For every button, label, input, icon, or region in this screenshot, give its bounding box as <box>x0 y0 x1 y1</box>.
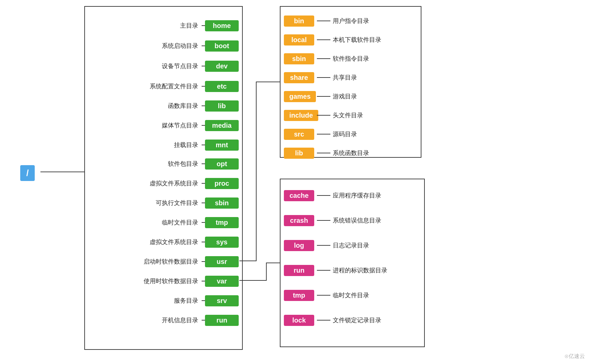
var-label-tmp: 临时文件目录 <box>333 291 369 299</box>
usr-line-share <box>317 77 330 78</box>
var-label-cache: 应用程序缓存目录 <box>333 191 381 200</box>
usr-badge-src: src <box>284 129 314 140</box>
usr-line-local <box>317 39 330 40</box>
usr-row-lib: lib系统函数目录 <box>280 145 421 161</box>
usr-label-lib: 系统函数目录 <box>333 149 369 157</box>
var-badge-run: run <box>284 265 314 276</box>
dir-label-tmp: 临时文件目录 <box>162 218 198 226</box>
usr-line-lib <box>317 153 330 153</box>
dir-badge-tmp: tmp <box>205 217 239 228</box>
usr-line-games <box>317 96 330 97</box>
usr-row-games: games游戏目录 <box>280 88 421 104</box>
dir-row-sbin: 可执行文件目录sbin <box>85 194 242 212</box>
dir-badge-etc: etc <box>205 81 239 92</box>
var-row-run: run进程的标识数据目录 <box>280 260 424 280</box>
usr-row-sbin: sbin软件指令目录 <box>280 51 421 67</box>
usr-badge-local: local <box>284 34 314 46</box>
dir-row-run: 开机信息目录run <box>85 311 242 329</box>
usr-line-src <box>317 134 330 134</box>
dir-row-boot: 系统启动目录boot <box>85 37 242 55</box>
var-label-log: 日志记录目录 <box>333 241 369 249</box>
dir-badge-home: home <box>205 20 239 31</box>
dir-row-opt: 软件包目录opt <box>85 155 242 173</box>
var-line-run <box>317 270 330 271</box>
usr-badge-include: include <box>284 110 318 121</box>
dir-row-srv: 服务目录srv <box>85 292 242 309</box>
dir-label-srv: 服务目录 <box>174 297 198 305</box>
dir-badge-lib: lib <box>205 100 239 112</box>
dir-label-run: 开机信息目录 <box>162 316 198 324</box>
dir-badge-srv: srv <box>205 295 239 306</box>
var-row-lock: lock文件锁定记录目录 <box>280 310 424 330</box>
var-row-crash: crash系统错误信息目录 <box>280 210 424 231</box>
dir-row-sys: 虚拟文件系统目录sys <box>85 233 242 251</box>
usr-row-local: local本机下载软件目录 <box>280 32 421 48</box>
usr-badge-sbin: sbin <box>284 53 314 64</box>
usr-connect-line <box>239 82 280 261</box>
dir-label-home: 主目录 <box>180 22 198 30</box>
usr-line-bin <box>317 21 330 21</box>
usr-badge-share: share <box>284 72 314 83</box>
dir-label-proc: 虚拟文件系统目录 <box>150 179 198 187</box>
usr-box: bin用户指令目录local本机下载软件目录sbin软件指令目录share共享目… <box>280 6 421 158</box>
dir-row-mnt: 挂载目录mnt <box>85 136 242 154</box>
dir-row-proc: 虚拟文件系统目录proc <box>85 175 242 192</box>
usr-label-bin: 用户指令目录 <box>333 17 369 25</box>
watermark: ⊙亿速云 <box>564 353 585 360</box>
var-connect-line <box>239 263 280 280</box>
dir-badge-usr: usr <box>205 256 239 267</box>
usr-label-share: 共享目录 <box>333 73 357 82</box>
dir-label-mnt: 挂载目录 <box>174 141 198 149</box>
dir-row-lib: 函数库目录lib <box>85 97 242 115</box>
usr-row-bin: bin用户指令目录 <box>280 13 421 29</box>
var-line-tmp <box>317 295 330 296</box>
var-badge-log: log <box>284 240 314 251</box>
dir-label-dev: 设备节点目录 <box>162 62 198 70</box>
var-row-log: log日志记录目录 <box>280 235 424 255</box>
dir-row-etc: 系统配置文件目录etc <box>85 78 242 95</box>
dir-badge-sys: sys <box>205 237 239 248</box>
dir-row-var: 使用时软件数据目录var <box>85 272 242 290</box>
dir-badge-sbin: sbin <box>205 198 239 209</box>
var-line-crash <box>317 220 330 221</box>
dir-label-boot: 系统启动目录 <box>162 42 198 50</box>
dir-badge-var: var <box>205 276 239 287</box>
usr-line-sbin <box>317 58 330 59</box>
var-badge-crash: crash <box>284 215 314 226</box>
dir-label-usr: 启动时软件数据目录 <box>144 257 198 266</box>
usr-label-games: 游戏目录 <box>333 92 357 100</box>
dir-badge-opt: opt <box>205 158 239 170</box>
dir-label-media: 媒体节点目录 <box>162 121 198 129</box>
dir-badge-run: run <box>205 315 239 326</box>
dir-label-sbin: 可执行文件目录 <box>156 199 198 207</box>
dir-row-tmp: 临时文件目录tmp <box>85 214 242 231</box>
var-badge-lock: lock <box>284 315 314 326</box>
dir-badge-media: media <box>205 120 239 131</box>
var-row-tmp: tmp临时文件目录 <box>280 285 424 305</box>
usr-badge-lib: lib <box>284 148 314 159</box>
dir-row-home: 主目录home <box>85 17 242 34</box>
usr-row-include: include头文件目录 <box>280 107 421 123</box>
dir-label-etc: 系统配置文件目录 <box>150 82 198 90</box>
usr-label-local: 本机下载软件目录 <box>333 36 381 44</box>
var-line-log <box>317 245 330 246</box>
dir-label-opt: 软件包目录 <box>168 160 198 168</box>
var-label-crash: 系统错误信息目录 <box>333 216 381 224</box>
usr-label-include: 头文件目录 <box>333 111 363 119</box>
usr-badge-games: games <box>284 91 316 102</box>
dir-row-usr: 启动时软件数据目录usr <box>85 253 242 270</box>
dir-row-media: 媒体节点目录media <box>85 117 242 134</box>
usr-line-include <box>317 115 330 116</box>
dir-badge-boot: boot <box>205 40 239 52</box>
usr-row-share: share共享目录 <box>280 69 421 86</box>
dir-row-dev: 设备节点目录dev <box>85 57 242 75</box>
main-tree-box: 主目录home系统启动目录boot设备节点目录dev系统配置文件目录etc函数库… <box>84 6 243 350</box>
usr-label-src: 源码目录 <box>333 130 357 138</box>
var-box: cache应用程序缓存目录crash系统错误信息目录log日志记录目录run进程… <box>280 179 425 347</box>
var-label-run: 进程的标识数据目录 <box>333 266 387 274</box>
dir-label-sys: 虚拟文件系统目录 <box>150 238 198 246</box>
dir-badge-proc: proc <box>205 178 239 189</box>
var-row-cache: cache应用程序缓存目录 <box>280 185 424 206</box>
dir-label-lib: 函数库目录 <box>168 102 198 110</box>
usr-label-sbin: 软件指令目录 <box>333 55 369 63</box>
